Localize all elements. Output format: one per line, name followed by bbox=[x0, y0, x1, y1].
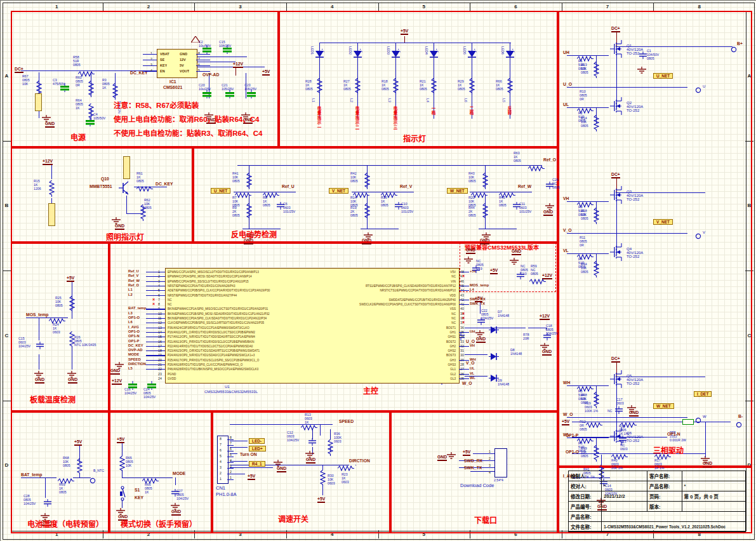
resistor-value: R27 1K 0805 bbox=[343, 79, 351, 91]
wire-segment bbox=[146, 318, 165, 319]
wire-segment bbox=[330, 429, 331, 439]
connector-part: 2.54*4 bbox=[494, 478, 503, 482]
speed-text: GND bbox=[306, 457, 315, 464]
lighting-text: +12V bbox=[43, 159, 53, 165]
cap-g-icon bbox=[247, 90, 256, 101]
speed-text: +5V bbox=[248, 474, 255, 480]
circ-icon bbox=[695, 84, 701, 96]
battemp-text: R69 1K 0805 bbox=[59, 483, 67, 494]
mcu-pin-number: 8 bbox=[158, 302, 160, 306]
cap-g-icon bbox=[202, 90, 211, 101]
wire-segment bbox=[572, 437, 667, 437]
ruler-col-label: 8 bbox=[653, 3, 745, 11]
circ-icon bbox=[695, 230, 701, 242]
mcu-pin-name: GHS1 bbox=[293, 335, 456, 338]
ruler-tick bbox=[103, 3, 103, 11]
ruler-row-label: C bbox=[3, 270, 11, 401]
wire-segment bbox=[45, 478, 46, 498]
gnd-icon bbox=[637, 65, 647, 77]
ruler-col-label: 7 bbox=[562, 3, 654, 11]
wire-segment bbox=[146, 309, 165, 309]
mos-icon bbox=[610, 243, 624, 264]
battemp-text: BAT_temp bbox=[21, 472, 42, 477]
led-icon bbox=[391, 49, 401, 64]
sense-text: NC bbox=[607, 409, 613, 413]
ruler-tick bbox=[378, 3, 379, 11]
res-v-icon bbox=[355, 78, 361, 97]
lighting-text: MMBT5551 bbox=[90, 184, 112, 189]
net-label: L4 bbox=[426, 98, 430, 102]
wire-segment bbox=[459, 378, 469, 379]
ruler-col-label: 4 bbox=[286, 3, 378, 11]
led-icon bbox=[429, 49, 439, 64]
power-text: +5V bbox=[262, 69, 270, 76]
mcu-text: C18 0805 104/25V bbox=[546, 324, 558, 335]
mosfet-refdes: Q4 40V/120A TO-252 bbox=[627, 247, 643, 258]
schematic-sheet: 1122334455667788AABBCCDD DC+R58 51R 0805… bbox=[0, 0, 756, 541]
mcu-pin-name: SWDCLK2/EPWM2/CCP0A/SPI0_CLK/CTS0/TXD0/T… bbox=[293, 303, 456, 306]
wire-segment bbox=[146, 295, 165, 296]
ruler-col-label: 5 bbox=[378, 3, 470, 11]
wire-segment bbox=[227, 451, 234, 451]
mcu-pin-name: VIN bbox=[293, 280, 456, 283]
lighting-text: R61 1K 0805 bbox=[136, 171, 144, 183]
mcu-part: CMS32M5533&CMS32M5533L bbox=[204, 390, 258, 394]
mcu-text: D9 1N4148 bbox=[498, 378, 509, 386]
download-text: SWK_TX bbox=[464, 465, 482, 470]
connector-tag bbox=[123, 156, 130, 179]
mcu-pin-name: GH3 bbox=[293, 359, 456, 362]
res-v-icon bbox=[482, 173, 488, 192]
wire-segment bbox=[126, 196, 127, 213]
resistor-value: R44 2K 0805 bbox=[468, 206, 476, 217]
wire-segment bbox=[572, 453, 705, 454]
net-label: Ref_V bbox=[400, 184, 412, 189]
resistor-value: R13 10K 0805 bbox=[581, 63, 588, 74]
ruler-tick bbox=[3, 270, 11, 271]
sense-text: B- bbox=[738, 414, 743, 418]
wire-segment bbox=[572, 422, 731, 422]
led-refdes: LED6 bbox=[501, 46, 505, 55]
title-field-value bbox=[682, 471, 745, 481]
cap-value: C1 104/50V 0805 bbox=[647, 49, 659, 60]
wire-segment bbox=[567, 87, 687, 88]
ruler-col-label: 6 bbox=[470, 3, 562, 11]
net-label: WH bbox=[470, 357, 476, 361]
wire-segment bbox=[146, 351, 165, 351]
no-connect-mark: × bbox=[462, 316, 465, 320]
res-h-icon bbox=[620, 419, 637, 431]
download-text: GND bbox=[437, 455, 447, 461]
wire-segment bbox=[146, 314, 165, 314]
net-label: UL bbox=[563, 102, 569, 107]
connector-pin-number: 7 bbox=[220, 443, 222, 446]
res-v-icon bbox=[119, 456, 125, 475]
wire-segment bbox=[146, 342, 165, 342]
net-tag: R4_1 bbox=[249, 461, 265, 467]
ruler-tick bbox=[3, 141, 11, 142]
function-label: 二档 bbox=[468, 106, 474, 116]
boardtemp-text: GND bbox=[35, 377, 44, 384]
resistor-value: R18 1K 0805 bbox=[381, 79, 389, 91]
wire-segment bbox=[465, 376, 487, 377]
net-label: Ref_U bbox=[128, 269, 139, 273]
mcu-pin-number: 34 bbox=[460, 335, 464, 338]
connector-pin-number: 3 bbox=[220, 465, 222, 469]
led-icon bbox=[505, 49, 515, 64]
block-label: 调速开关 bbox=[278, 513, 308, 524]
block-battery-temp: +5VR68 10K 0805B_NTCBAT_tempR69 1K 0805C… bbox=[11, 410, 110, 533]
net-label: Ref_U bbox=[282, 184, 295, 189]
mode-text: KEY bbox=[135, 495, 143, 500]
wire-segment bbox=[196, 67, 265, 67]
wire-segment bbox=[146, 323, 165, 323]
res-v-icon bbox=[594, 208, 599, 227]
ruler-col-label: 3 bbox=[194, 3, 286, 11]
wire-segment bbox=[459, 300, 469, 300]
wire-segment bbox=[146, 346, 165, 347]
net-label: DIRCTION bbox=[128, 362, 146, 366]
net-label: Ref_V bbox=[128, 274, 138, 277]
power-text: C3 475/50V bbox=[53, 78, 65, 86]
wire-segment bbox=[73, 478, 91, 478]
resistor-value: R44 10K 0805 bbox=[581, 262, 588, 274]
battemp-text: R68 10K 0805 bbox=[63, 456, 70, 467]
connector-pin-number: 2 bbox=[220, 471, 222, 475]
power-text: DC+ bbox=[15, 67, 23, 73]
